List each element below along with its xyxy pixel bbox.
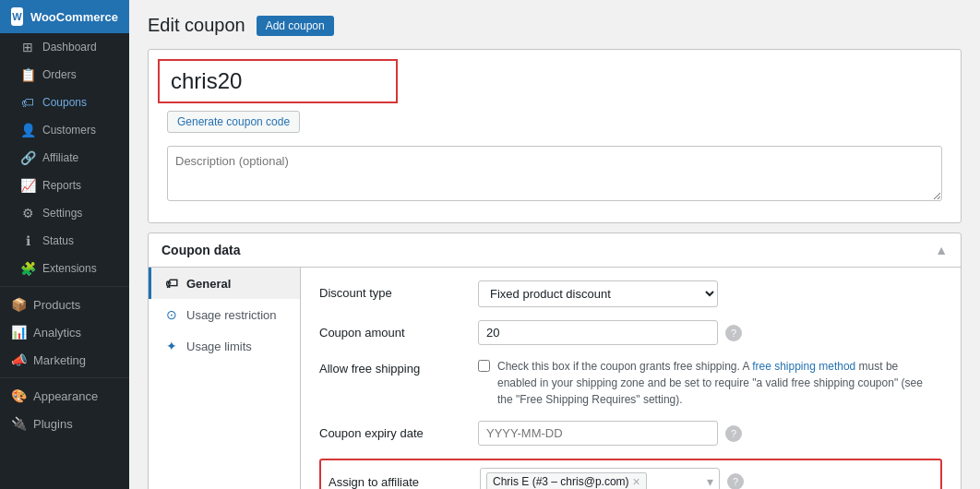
sidebar-item-status[interactable]: ℹ Status	[0, 227, 129, 255]
sidebar-item-label: Appearance	[33, 389, 98, 403]
discount-type-row: Discount type Percentage discount Fixed …	[319, 280, 942, 307]
tab-general-label: General	[186, 277, 231, 291]
coupon-expiry-label: Coupon expiry date	[319, 421, 467, 440]
sidebar-woocommerce-logo[interactable]: W WooCommerce	[0, 0, 129, 33]
affiliate-tag-remove-icon[interactable]: ×	[633, 475, 640, 488]
sidebar-item-orders[interactable]: 📋 Orders	[0, 61, 129, 89]
discount-type-label: Discount type	[319, 280, 467, 300]
add-coupon-button[interactable]: Add coupon	[257, 16, 334, 36]
sidebar-item-label: Plugins	[33, 417, 73, 431]
page-title: Edit coupon	[148, 15, 245, 36]
main-inner: Edit coupon Add coupon Generate coupon c…	[129, 0, 980, 489]
discount-type-control: Percentage discount Fixed cart discount …	[478, 280, 942, 307]
sidebar-item-dashboard[interactable]: ⊞ Dashboard	[0, 33, 129, 61]
affiliate-select-arrow-icon[interactable]: ▾	[707, 474, 713, 489]
coupon-tabs-sidebar: 🏷 General ⊙ Usage restriction ✦ Usage li…	[149, 268, 301, 489]
reports-icon: 📈	[20, 178, 35, 193]
sidebar-item-label: Dashboard	[42, 41, 97, 54]
sidebar-item-label: Analytics	[33, 326, 81, 340]
coupon-data-body: 🏷 General ⊙ Usage restriction ✦ Usage li…	[149, 268, 961, 489]
tab-content-general: Discount type Percentage discount Fixed …	[301, 268, 961, 489]
tab-usage-limits[interactable]: ✦ Usage limits	[149, 330, 300, 362]
sidebar-item-analytics[interactable]: 📊 Analytics	[0, 318, 129, 346]
tab-usage-restriction-label: Usage restriction	[186, 308, 277, 322]
assign-affiliate-control: Chris E (#3 – chris@p.com) × ▾ ?	[480, 468, 933, 489]
analytics-icon: 📊	[11, 325, 26, 340]
sidebar-item-label: Settings	[42, 207, 82, 220]
affiliate-help-icon[interactable]: ?	[727, 473, 744, 489]
settings-icon: ⚙	[20, 206, 35, 221]
sidebar-item-label: Affiliate	[42, 151, 78, 164]
status-icon: ℹ	[20, 233, 35, 248]
coupon-data-section: Coupon data ▲ 🏷 General ⊙ Usage restrict…	[148, 233, 962, 489]
sidebar-item-label: Products	[33, 298, 80, 312]
assign-to-affiliate-row: Assign to affiliate Chris E (#3 – chris@…	[319, 459, 942, 489]
coupon-expiry-control: ?	[478, 421, 942, 446]
page-header: Edit coupon Add coupon	[148, 15, 962, 36]
allow-free-shipping-checkbox[interactable]	[478, 360, 490, 372]
extensions-icon: 🧩	[20, 261, 35, 276]
sidebar-item-products[interactable]: 📦 Products	[0, 291, 129, 318]
tab-usage-restriction[interactable]: ⊙ Usage restriction	[149, 299, 300, 330]
sidebar-item-plugins[interactable]: 🔌 Plugins	[0, 410, 129, 437]
coupon-amount-input[interactable]	[478, 320, 718, 345]
coupon-code-input[interactable]	[158, 59, 398, 103]
coupon-amount-help-icon[interactable]: ?	[725, 325, 742, 341]
sidebar-item-label: Orders	[42, 68, 77, 81]
allow-free-shipping-text: Check this box if the coupon grants free…	[497, 358, 940, 408]
sidebar-item-settings[interactable]: ⚙ Settings	[0, 199, 129, 227]
generate-coupon-code-button[interactable]: Generate coupon code	[167, 111, 300, 133]
sidebar-item-label: Coupons	[42, 96, 87, 109]
sidebar-item-coupons[interactable]: 🏷 Coupons	[0, 89, 129, 116]
sidebar-item-label: Reports	[42, 179, 81, 192]
sidebar-item-extensions[interactable]: 🧩 Extensions	[0, 255, 129, 282]
affiliate-select[interactable]: Chris E (#3 – chris@p.com) × ▾	[480, 468, 720, 489]
appearance-icon: 🎨	[11, 388, 26, 403]
discount-type-select[interactable]: Percentage discount Fixed cart discount …	[478, 280, 718, 307]
coupon-data-header: Coupon data ▲	[149, 233, 961, 268]
coupon-data-title: Coupon data	[161, 243, 241, 257]
affiliate-icon: 🔗	[20, 150, 35, 165]
products-icon: 📦	[11, 297, 26, 312]
sidebar-item-marketing[interactable]: 📣 Marketing	[0, 346, 129, 374]
coupon-code-section: Generate coupon code	[148, 49, 962, 223]
coupon-code-field	[149, 50, 961, 103]
sidebar-item-label: Customers	[42, 124, 96, 137]
sidebar-woocommerce-label: WooCommerce	[30, 10, 118, 24]
main-content: Edit coupon Add coupon Generate coupon c…	[129, 0, 980, 489]
woocommerce-icon: W	[11, 7, 23, 26]
general-tab-icon: 🏷	[164, 276, 179, 291]
coupon-expiry-row: Coupon expiry date ?	[319, 421, 942, 446]
coupon-expiry-input[interactable]	[478, 421, 718, 446]
allow-free-shipping-control: Check this box if the coupon grants free…	[478, 358, 942, 408]
sidebar-item-customers[interactable]: 👤 Customers	[0, 116, 129, 144]
coupons-icon: 🏷	[20, 95, 35, 110]
tab-general[interactable]: 🏷 General	[149, 268, 300, 299]
usage-limits-tab-icon: ✦	[164, 339, 179, 353]
plugins-icon: 🔌	[11, 416, 26, 431]
coupon-expiry-help-icon[interactable]: ?	[725, 425, 742, 442]
coupon-amount-label: Coupon amount	[319, 320, 467, 340]
coupon-amount-row: Coupon amount ?	[319, 320, 942, 345]
sidebar-item-label: Marketing	[33, 353, 86, 367]
sidebar: W WooCommerce ⊞ Dashboard 📋 Orders 🏷 Cou…	[0, 0, 129, 489]
customers-icon: 👤	[20, 123, 35, 137]
sidebar-item-appearance[interactable]: 🎨 Appearance	[0, 382, 129, 410]
dashboard-icon: ⊞	[20, 40, 35, 54]
sidebar-item-label: Extensions	[42, 262, 97, 275]
affiliate-tag: Chris E (#3 – chris@p.com) ×	[486, 472, 647, 489]
sidebar-item-affiliate[interactable]: 🔗 Affiliate	[0, 144, 129, 172]
description-textarea[interactable]	[167, 146, 942, 201]
allow-free-shipping-label: Allow free shipping	[319, 358, 467, 376]
sidebar-divider-2	[0, 377, 129, 378]
collapse-icon[interactable]: ▲	[935, 243, 948, 257]
sidebar-item-reports[interactable]: 📈 Reports	[0, 172, 129, 199]
usage-restriction-tab-icon: ⊙	[164, 307, 179, 322]
assign-affiliate-label: Assign to affiliate	[329, 475, 469, 489]
marketing-icon: 📣	[11, 352, 26, 367]
coupon-amount-control: ?	[478, 320, 942, 345]
allow-free-shipping-row: Allow free shipping Check this box if th…	[319, 358, 942, 408]
affiliate-tag-value: Chris E (#3 – chris@p.com)	[493, 475, 629, 488]
free-shipping-method-link[interactable]: free shipping method	[752, 360, 855, 373]
sidebar-item-label: Status	[42, 234, 74, 247]
